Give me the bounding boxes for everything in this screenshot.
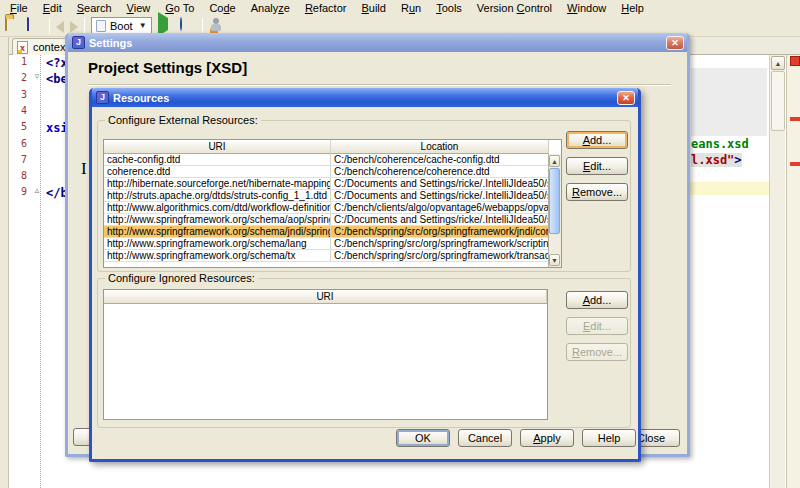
scrollbar-thumb[interactable] <box>771 71 785 131</box>
table-row[interactable]: http://www.springframework.org/schema/la… <box>104 238 561 250</box>
menu-window[interactable]: Window <box>560 1 614 15</box>
table-row[interactable]: http://www.springframework.org/schema/tx… <box>104 250 561 262</box>
menu-code[interactable]: Code <box>202 1 243 15</box>
save-all-icon[interactable] <box>27 18 43 34</box>
table-header: URI <box>104 290 547 304</box>
menu-edit[interactable]: Edit <box>36 1 70 15</box>
page-title: Project Settings [XSD] <box>88 59 247 76</box>
resources-dialog: J Resources ✕ Configure External Resourc… <box>89 88 641 462</box>
run-button[interactable] <box>158 18 174 34</box>
table-header: URI Location <box>104 140 561 154</box>
uri-cell: cache-config.dtd <box>104 154 331 165</box>
line-number: 2 <box>9 72 27 83</box>
ignored-resources-label: Configure Ignored Resources: <box>105 272 258 284</box>
location-cell: C:/bench/spring/src/org/springframework/… <box>331 238 549 249</box>
column-header-uri: URI <box>104 290 547 304</box>
external-resources-group: Configure External Resources: URI Locati… <box>97 120 631 272</box>
table-row[interactable]: http://hibernate.sourceforge.net/hiberna… <box>104 178 561 190</box>
help-button[interactable]: Help <box>582 429 636 447</box>
line-number: 5 <box>9 121 27 132</box>
error-stripe-mark[interactable] <box>790 117 800 121</box>
scroll-up-icon[interactable]: ▲ <box>549 155 560 167</box>
menu-file[interactable]: File <box>3 1 36 15</box>
table-scrollbar[interactable]: ▲ ▼ <box>548 154 561 267</box>
error-stripe-top-mark[interactable] <box>790 56 800 66</box>
menu-search[interactable]: Search <box>70 1 120 15</box>
menu-run[interactable]: Run <box>394 1 429 15</box>
scroll-up-icon[interactable]: ▲ <box>771 56 785 70</box>
code-fragment-green: eans.xsd <box>691 137 749 151</box>
line-number: 4 <box>9 105 27 116</box>
editor-selection-block <box>691 68 767 136</box>
debug-icon <box>180 17 182 31</box>
intellij-logo-icon: J <box>96 91 109 104</box>
uri-cell: http://struts.apache.org/dtds/struts-con… <box>104 190 331 201</box>
external-add-button[interactable]: Add... <box>566 131 628 149</box>
open-file-icon[interactable] <box>5 18 21 34</box>
menu-tools[interactable]: Tools <box>429 1 470 15</box>
line-number: 9 <box>9 186 27 197</box>
location-cell: C:/Documents and Settings/ricke/.Intelli… <box>331 178 549 189</box>
error-stripe <box>786 55 800 488</box>
menu-analyze[interactable]: Analyze <box>244 1 298 15</box>
fold-marker-icon[interactable]: ▵ <box>33 185 41 195</box>
line-number: 8 <box>9 170 27 181</box>
run-icon <box>158 12 168 36</box>
folder-icon <box>5 17 7 31</box>
settings-title: Settings <box>89 37 132 49</box>
toolbar-separator <box>84 18 85 34</box>
ignored-remove-button: Remove... <box>566 343 628 361</box>
ignored-resources-group: Configure Ignored Resources: URI Add...E… <box>97 278 631 428</box>
scroll-down-icon[interactable]: ▼ <box>549 254 560 266</box>
location-cell: C:/bench/spring/src/org/springframework/… <box>331 226 549 237</box>
close-icon[interactable]: ✕ <box>666 36 684 50</box>
location-cell: C:/Documents and Settings/ricke/.Intelli… <box>331 190 549 201</box>
uri-cell: http://www.springframework.org/schema/tx <box>104 250 331 261</box>
external-edit-button[interactable]: Edit... <box>566 157 628 175</box>
floppy-icon <box>27 17 29 31</box>
settings-titlebar[interactable]: J Settings ✕ <box>68 33 687 52</box>
xml-file-icon: x <box>17 41 28 54</box>
fold-marker-icon[interactable]: ▿ <box>33 71 41 81</box>
close-icon[interactable]: ✕ <box>617 91 635 105</box>
ignored-add-button[interactable]: Add... <box>566 291 628 309</box>
uri-cell: coherence.dtd <box>104 166 331 177</box>
menu-help[interactable]: Help <box>614 1 652 15</box>
menu-build[interactable]: Build <box>354 1 393 15</box>
external-remove-button[interactable]: Remove... <box>566 183 628 201</box>
editor-scrollbar[interactable]: ▲ <box>769 55 785 488</box>
uri-cell: http://www.springframework.org/schema/jn… <box>104 226 331 237</box>
scrollbar-thumb[interactable] <box>549 168 560 234</box>
location-cell: C:/bench/clients/algo/opvantage6/webapps… <box>331 202 549 213</box>
menu-refactor[interactable]: Refactor <box>298 1 355 15</box>
table-row[interactable]: coherence.dtdC:/bench/coherence/coherenc… <box>104 166 561 178</box>
table-row[interactable]: cache-config.dtdC:/bench/coherence/cache… <box>104 154 561 166</box>
table-row[interactable]: http://www.springframework.org/schema/ao… <box>104 214 561 226</box>
line-number: 1 <box>9 56 27 67</box>
location-cell: C:/bench/coherence/cache-config.dtd <box>331 154 549 165</box>
menu-view[interactable]: View <box>120 1 159 15</box>
editor-highlight-line <box>690 182 769 195</box>
table-row[interactable]: http://struts.apache.org/dtds/struts-con… <box>104 190 561 202</box>
forward-arrow-icon[interactable] <box>70 21 78 33</box>
resources-titlebar[interactable]: J Resources ✕ <box>92 88 638 107</box>
inspect-code-button[interactable] <box>209 18 225 34</box>
debug-button[interactable] <box>180 18 196 34</box>
obscured-text-fragment: I <box>81 159 87 179</box>
error-stripe-mark[interactable] <box>790 162 800 166</box>
table-row[interactable]: http://www.algorithmics.com/dtd/workflow… <box>104 202 561 214</box>
column-header-location: Location <box>331 140 549 154</box>
apply-button[interactable]: Apply <box>520 429 574 447</box>
uri-cell: http://hibernate.sourceforge.net/hiberna… <box>104 178 331 189</box>
line-number: 6 <box>9 138 27 149</box>
ignored-edit-button: Edit... <box>566 317 628 335</box>
back-arrow-icon[interactable] <box>56 21 64 33</box>
uri-cell: http://www.algorithmics.com/dtd/workflow… <box>104 202 331 213</box>
cancel-button[interactable]: Cancel <box>458 429 512 447</box>
uri-cell: http://www.springframework.org/schema/ao… <box>104 214 331 225</box>
menu-version-control[interactable]: Version Control <box>470 1 560 15</box>
ok-button[interactable]: OK <box>396 429 450 447</box>
table-row[interactable]: http://www.springframework.org/schema/jn… <box>104 226 561 238</box>
ignored-resources-table: URI <box>103 289 548 420</box>
run-configuration-select[interactable]: Boot ▼ <box>91 17 152 35</box>
